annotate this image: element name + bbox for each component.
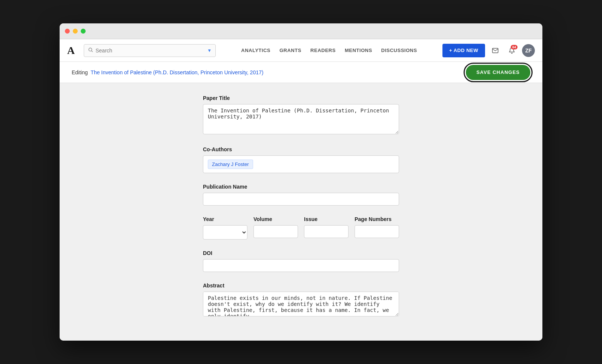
nav-link-mentions[interactable]: MENTIONS	[345, 48, 372, 53]
add-new-button[interactable]: + ADD NEW	[442, 44, 485, 57]
nav-right: + ADD NEW 64 ZF	[442, 44, 535, 57]
search-input[interactable]	[95, 48, 205, 54]
page-numbers-input[interactable]	[355, 225, 399, 238]
save-changes-button[interactable]: SAVE CHANGES	[466, 65, 530, 80]
co-authors-label: Co-Authors	[203, 146, 399, 152]
publication-name-input[interactable]	[203, 193, 399, 206]
publication-name-group: Publication Name	[203, 184, 399, 206]
co-author-tag[interactable]: Zachary J Foster	[208, 160, 253, 169]
nav-link-analytics[interactable]: ANALYTICS	[241, 48, 270, 53]
editing-bar: Editing The Invention of Palestine (Ph.D…	[60, 62, 542, 83]
messages-button[interactable]	[489, 44, 502, 57]
nav-link-grants[interactable]: GRANTS	[280, 48, 301, 53]
notifications-button[interactable]: 64	[505, 44, 518, 57]
svg-line-1	[92, 51, 93, 52]
doi-group: DOI	[203, 250, 399, 272]
nav-link-discussions[interactable]: DISCUSSIONS	[381, 48, 417, 53]
year-label: Year	[203, 216, 247, 222]
notification-badge: 64	[511, 45, 518, 49]
search-icon	[88, 47, 93, 54]
paper-title-link[interactable]: The Invention of Palestine (Ph.D. Disser…	[91, 69, 263, 75]
doi-input[interactable]	[203, 259, 399, 272]
search-dropdown-icon[interactable]: ▼	[207, 48, 212, 53]
navbar: A ▼ ANALYTICS GRANTS READERS MENTIONS DI…	[60, 39, 542, 62]
title-bar	[60, 23, 542, 39]
editing-label: Editing The Invention of Palestine (Ph.D…	[72, 69, 263, 75]
nav-link-readers[interactable]: READERS	[310, 48, 336, 53]
year-volume-row: Year Volume Issue Page Numbers	[203, 216, 399, 250]
paper-title-input[interactable]	[203, 104, 399, 134]
abstract-input[interactable]	[203, 292, 399, 316]
issue-label: Issue	[304, 216, 349, 222]
doi-label: DOI	[203, 250, 399, 256]
minimize-button[interactable]	[73, 29, 78, 34]
maximize-button[interactable]	[81, 29, 86, 34]
abstract-group: Abstract	[203, 283, 399, 318]
issue-group: Issue	[304, 216, 349, 240]
publication-name-label: Publication Name	[203, 184, 399, 190]
paper-title-group: Paper Title	[203, 95, 399, 136]
page-numbers-group: Page Numbers	[355, 216, 399, 240]
avatar[interactable]: ZF	[522, 44, 535, 57]
nav-links: ANALYTICS GRANTS READERS MENTIONS DISCUS…	[222, 48, 436, 53]
main-content: Paper Title Co-Authors Zachary J Foster …	[60, 83, 542, 341]
paper-title-label: Paper Title	[203, 95, 399, 101]
close-button[interactable]	[65, 29, 70, 34]
volume-group: Volume	[253, 216, 298, 240]
co-authors-group: Co-Authors Zachary J Foster	[203, 146, 399, 173]
logo: A	[67, 45, 75, 57]
year-group: Year	[203, 216, 247, 240]
edit-form: Paper Title Co-Authors Zachary J Foster …	[203, 95, 399, 318]
search-bar[interactable]: ▼	[84, 44, 216, 57]
co-author-text-input[interactable]	[256, 161, 319, 167]
volume-input[interactable]	[253, 225, 298, 238]
co-authors-input-area[interactable]: Zachary J Foster	[203, 155, 399, 173]
app-window: A ▼ ANALYTICS GRANTS READERS MENTIONS DI…	[60, 23, 542, 341]
abstract-label: Abstract	[203, 283, 399, 289]
volume-label: Volume	[253, 216, 298, 222]
year-select[interactable]	[203, 225, 247, 240]
page-numbers-label: Page Numbers	[355, 216, 399, 222]
issue-input[interactable]	[304, 225, 349, 238]
